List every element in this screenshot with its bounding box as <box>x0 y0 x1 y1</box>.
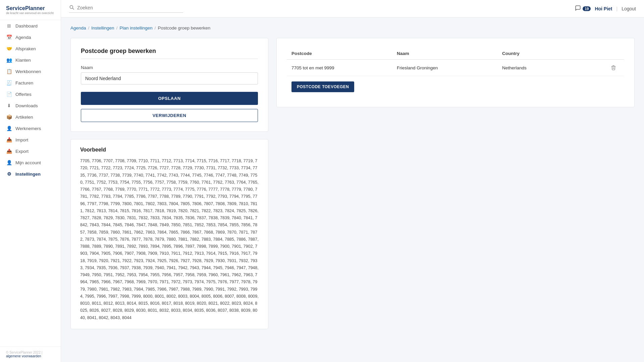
sidebar-item-werkbonnen[interactable]: 📋Werkbonnen <box>0 66 61 77</box>
topbar: 19 Hoi Piet | Logout <box>61 0 644 17</box>
werkbonnen-icon: 📋 <box>6 69 12 74</box>
werknemers-icon: 👤 <box>6 126 12 131</box>
row-postcode: 7705 tot en met 9999 <box>291 65 393 70</box>
sidebar-item-mijn-account[interactable]: 👤Mijn account <box>0 157 61 168</box>
sidebar-item-label: Dashboard <box>15 23 38 28</box>
delete-button[interactable]: VERWIJDEREN <box>81 109 258 122</box>
main-content: Agenda/Instellingen/Plan instellingen/Po… <box>61 17 644 362</box>
breadcrumb: Agenda/Instellingen/Plan instellingen/Po… <box>70 25 635 31</box>
sidebar-item-dashboard[interactable]: ⊞Dashboard <box>0 20 61 32</box>
sidebar-item-downloads[interactable]: ⬇Downloads <box>0 100 61 111</box>
delete-row-button[interactable] <box>607 64 620 72</box>
klanten-icon: 👥 <box>6 57 12 63</box>
topbar-right: 19 Hoi Piet | Logout <box>575 5 636 12</box>
notification-badge: 19 <box>575 5 591 12</box>
add-postcode-button[interactable]: POSTCODE TOEVOEGEN <box>291 81 354 92</box>
sidebar-item-agenda[interactable]: 📅Agenda <box>0 32 61 43</box>
instellingen-icon: ⚙ <box>6 171 12 177</box>
artikelen-icon: 📦 <box>6 114 12 120</box>
breadcrumb-link[interactable]: Instellingen <box>91 25 114 31</box>
breadcrumb-current: Postcode groep bewerken <box>158 25 210 31</box>
agenda-icon: 📅 <box>6 35 12 40</box>
sidebar-item-offertes[interactable]: 📄Offertes <box>0 88 61 100</box>
sidebar-item-label: Import <box>15 137 28 142</box>
sidebar-item-label: Agenda <box>15 35 31 40</box>
sidebar-item-werknemers[interactable]: 👤Werknemers <box>0 123 61 134</box>
form-card: Postcode groep bewerken Naam OPSLAAN VER… <box>70 38 268 132</box>
import-icon: 📥 <box>6 137 12 142</box>
left-column: Postcode groep bewerken Naam OPSLAAN VER… <box>70 38 268 329</box>
sidebar-item-artikelen[interactable]: 📦Artikelen <box>0 111 61 123</box>
sidebar-item-export[interactable]: 📤Export <box>0 145 61 157</box>
breadcrumb-link[interactable]: Agenda <box>70 25 86 31</box>
export-icon: 📤 <box>6 148 12 154</box>
row-country: Netherlands <box>502 65 604 70</box>
save-button[interactable]: OPSLAAN <box>81 92 258 105</box>
sidebar-item-instellingen[interactable]: ⚙Instellingen <box>0 168 61 180</box>
sidebar-item-facturen[interactable]: 🧾Facturen <box>0 77 61 88</box>
sidebar-item-label: Afspraken <box>15 46 36 51</box>
sidebar-item-label: Downloads <box>15 103 38 108</box>
sidebar-item-afspraken[interactable]: 🤝Afspraken <box>0 43 61 54</box>
notification-count: 19 <box>583 6 591 11</box>
sidebar-item-label: Werkbonnen <box>15 69 41 74</box>
search-container <box>69 5 183 13</box>
sidebar-item-label: Offertes <box>15 92 32 97</box>
sidebar-footer: © ServicePlanner 2022 | algemene voorwaa… <box>0 346 61 362</box>
col-naam: Naam <box>397 51 499 56</box>
offertes-icon: 📄 <box>6 92 12 97</box>
sidebar-nav: ⊞Dashboard📅Agenda🤝Afspraken👥Klanten📋Werk… <box>0 20 61 180</box>
col-country: Country <box>502 51 604 56</box>
form-title: Postcode groep bewerken <box>81 48 258 59</box>
sidebar-item-import[interactable]: 📥Import <box>0 134 61 145</box>
sidebar-item-label: Artikelen <box>15 115 33 120</box>
example-section: Voorbeeld 7705, 7706, 7707, 7708, 7709, … <box>70 139 268 329</box>
mijn-account-icon: 👤 <box>6 160 12 165</box>
name-label: Naam <box>81 65 258 70</box>
sidebar-item-label: Facturen <box>15 80 33 85</box>
main-area: 19 Hoi Piet | Logout Agenda/Instellingen… <box>61 0 644 362</box>
downloads-icon: ⬇ <box>6 103 12 108</box>
sidebar: ServicePlanner de kracht van eenvoud en … <box>0 0 61 362</box>
example-title: Voorbeeld <box>80 147 259 153</box>
chat-icon <box>575 5 581 12</box>
search-input[interactable] <box>77 5 178 10</box>
sidebar-item-label: Instellingen <box>15 172 41 177</box>
sidebar-item-label: Klanten <box>15 58 31 63</box>
afspraken-icon: 🤝 <box>6 46 12 51</box>
breadcrumb-link[interactable]: Plan instellingen <box>119 25 152 31</box>
app-title: ServicePlanner <box>6 5 55 11</box>
sidebar-item-label: Mijn account <box>15 160 41 165</box>
sidebar-logo: ServicePlanner de kracht van eenvoud en … <box>0 0 61 20</box>
page-columns: Postcode groep bewerken Naam OPSLAAN VER… <box>70 38 635 329</box>
sidebar-item-label: Export <box>15 149 29 154</box>
svg-line-1 <box>72 8 74 9</box>
example-content: 7705, 7706, 7707, 7708, 7709, 7710, 7711… <box>80 158 259 321</box>
svg-point-0 <box>70 5 73 8</box>
example-card: Voorbeeld 7705, 7706, 7707, 7708, 7709, … <box>70 139 268 329</box>
facturen-icon: 🧾 <box>6 80 12 85</box>
dashboard-icon: ⊞ <box>6 23 12 28</box>
col-postcode: Postcode <box>291 51 393 56</box>
user-greeting: Hoi Piet <box>595 6 612 11</box>
sidebar-item-klanten[interactable]: 👥Klanten <box>0 54 61 66</box>
search-icon <box>69 5 74 11</box>
terms-link[interactable]: algemene voorwaarden <box>6 354 41 358</box>
table-row: 7705 tot en met 9999 Friesland Groningen… <box>287 60 624 76</box>
name-input[interactable] <box>81 72 258 84</box>
app-subtitle: de kracht van eenvoud en overzicht <box>6 11 55 15</box>
sidebar-item-label: Werknemers <box>15 126 41 131</box>
table-body: 7705 tot en met 9999 Friesland Groningen… <box>287 60 624 76</box>
breadcrumb-separator: / <box>155 25 156 31</box>
table-header: Postcode Naam Country <box>287 48 624 60</box>
logout-button[interactable]: Logout <box>622 6 636 11</box>
breadcrumb-separator: / <box>116 25 118 31</box>
row-naam: Friesland Groningen <box>397 65 499 70</box>
postcode-table-card: Postcode Naam Country 7705 tot en met 99… <box>276 38 635 107</box>
breadcrumb-separator: / <box>88 25 90 31</box>
